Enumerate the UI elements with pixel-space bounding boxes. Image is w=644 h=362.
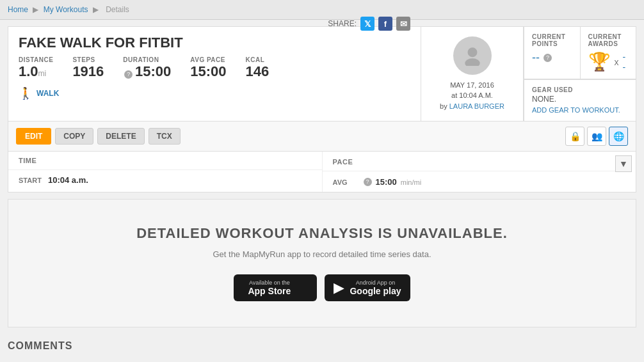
app-badges: Available on the App Store ▶ Android App… [21, 274, 623, 301]
share-label: SHARE: [328, 19, 357, 28]
avatar-icon [462, 45, 483, 66]
time-start-row: START 10:04 a.m. [8, 170, 322, 190]
workout-main: FAKE WALK FOR FITBIT SHARE: 𝕏 f ✉ DISTAN… [8, 27, 421, 121]
gear-value: NONE. [532, 95, 628, 104]
distance-stat: DISTANCE 1.0mi [19, 56, 53, 80]
workout-user-panel: MAY 17, 2016 at 10:04 A.M. by LAURA BURG… [421, 27, 524, 121]
app-store-small-text: Available on the [248, 279, 291, 286]
workout-card: FAKE WALK FOR FITBIT SHARE: 𝕏 f ✉ DISTAN… [8, 26, 636, 193]
points-help-icon[interactable]: ? [543, 54, 552, 62]
avg-help-icon[interactable]: ? [364, 178, 372, 186]
start-label: START [19, 177, 44, 184]
workout-top: FAKE WALK FOR FITBIT SHARE: 𝕏 f ✉ DISTAN… [8, 27, 636, 122]
kcal-value: 146 [246, 63, 270, 79]
tcx-button[interactable]: TCX [149, 128, 181, 145]
action-bar: EDIT COPY DELETE TCX 🔒 👥 🌐 [8, 122, 636, 152]
distance-unit: mi [38, 69, 47, 78]
share-row: SHARE: 𝕏 f ✉ [328, 17, 410, 31]
data-table: TIME START 10:04 a.m. PACE ▼ AVG ? 15:00… [8, 152, 636, 192]
privacy-globe-button[interactable]: 🌐 [609, 127, 628, 146]
svg-point-0 [467, 47, 477, 57]
points-section: CURRENT POINTS -- ? [524, 27, 581, 79]
kcal-label: KCAL [246, 56, 270, 63]
email-share-button[interactable]: ✉ [396, 17, 410, 31]
privacy-icons: 🔒 👥 🌐 [565, 127, 628, 146]
breadcrumb-home[interactable]: Home [8, 5, 28, 14]
points-dash: -- [532, 51, 540, 65]
comments-title: COMMENTS [8, 334, 636, 354]
copy-button[interactable]: COPY [55, 128, 93, 145]
times-icon: x [615, 57, 619, 67]
distance-value: 1.0 [19, 63, 38, 79]
google-play-badge[interactable]: ▶ Android App on Google play [325, 274, 410, 301]
start-value: 10:04 a.m. [48, 175, 88, 185]
stats-row: DISTANCE 1.0mi STEPS 1916 DURATION ? 15:… [19, 56, 410, 80]
time-col-header: TIME [8, 152, 322, 170]
distance-label: DISTANCE [19, 56, 53, 63]
google-play-small-text: Android App on [350, 279, 401, 286]
avatar [453, 36, 492, 75]
activity-link[interactable]: WALK [36, 89, 59, 98]
duration-value: 15:00 [135, 63, 171, 79]
workout-date: MAY 17, 2016 at 10:04 A.M. by LAURA BURG… [440, 80, 504, 112]
breadcrumb-current: Details [106, 5, 129, 14]
delete-button[interactable]: DELETE [97, 128, 144, 145]
avg-pace-value: 15:00 [190, 63, 226, 79]
steps-value: 1916 [72, 63, 104, 79]
google-play-icon: ▶ [334, 279, 344, 296]
gear-add-link[interactable]: ADD GEAR TO WORKOUT. [532, 106, 620, 114]
avg-label: AVG [333, 178, 358, 186]
privacy-group-button[interactable]: 👥 [587, 127, 606, 146]
analysis-section: DETAILED WORKOUT ANALYSIS IS UNAVAILABLE… [8, 199, 636, 327]
app-store-big-text: App Store [248, 286, 291, 296]
points-awards-row: CURRENT POINTS -- ? CURRENT AWARDS 🏆 x -… [524, 27, 636, 79]
workout-title: FAKE WALK FOR FITBIT [19, 35, 183, 51]
awards-panel: CURRENT POINTS -- ? CURRENT AWARDS 🏆 x -… [524, 27, 636, 121]
trophy-area: 🏆 x -- [588, 51, 629, 72]
activity-row: 🚶 WALK [19, 86, 410, 100]
award-dashes: -- [623, 52, 629, 72]
breadcrumb-workouts[interactable]: My Workouts [44, 5, 88, 14]
app-store-badge[interactable]: Available on the App Store [234, 274, 317, 301]
pace-col-header: PACE [323, 153, 616, 171]
analysis-subtitle: Get the MapMyRun app to record detailed … [21, 249, 623, 259]
steps-label: STEPS [72, 56, 104, 63]
breadcrumb: Home ▶ My Workouts ▶ Details [0, 0, 644, 20]
kcal-stat: KCAL 146 [246, 56, 270, 80]
workout-date-text: MAY 17, 2016 [440, 80, 504, 91]
twitter-share-button[interactable]: 𝕏 [360, 17, 374, 31]
gear-label: GEAR USED [532, 86, 628, 93]
pace-col: PACE ▼ AVG ? 15:00 min/mi [323, 152, 636, 192]
avg-pace-label: AVG PACE [190, 56, 226, 63]
svg-point-1 [465, 58, 479, 66]
time-col: TIME START 10:04 a.m. [8, 152, 323, 192]
avg-unit: min/mi [401, 178, 421, 186]
workout-by-label: by LAURA BURGER [440, 101, 504, 112]
awards-label: CURRENT AWARDS [588, 33, 629, 47]
analysis-title: DETAILED WORKOUT ANALYSIS IS UNAVAILABLE… [21, 225, 623, 242]
privacy-lock-button[interactable]: 🔒 [565, 127, 584, 146]
points-label: CURRENT POINTS [532, 33, 572, 47]
duration-stat: DURATION ? 15:00 [123, 56, 171, 80]
facebook-share-button[interactable]: f [378, 17, 392, 31]
duration-help-icon[interactable]: ? [124, 70, 133, 79]
pace-avg-row: AVG ? 15:00 min/mi [323, 172, 636, 192]
avg-pace-stat: AVG PACE 15:00 [190, 56, 226, 80]
walk-icon: 🚶 [19, 86, 33, 100]
main-content: FAKE WALK FOR FITBIT SHARE: 𝕏 f ✉ DISTAN… [0, 20, 644, 361]
google-play-big-text: Google play [350, 286, 401, 296]
steps-stat: STEPS 1916 [72, 56, 104, 80]
trophy-icon: 🏆 [588, 51, 611, 72]
awards-section: CURRENT AWARDS 🏆 x -- [581, 27, 636, 79]
avg-value: 15:00 [376, 177, 397, 187]
collapse-button[interactable]: ▼ [615, 155, 632, 172]
workout-time-text: at 10:04 A.M. [440, 90, 504, 101]
edit-button[interactable]: EDIT [16, 128, 51, 145]
duration-label: DURATION [123, 56, 171, 63]
gear-section: GEAR USED NONE. ADD GEAR TO WORKOUT. [524, 79, 636, 121]
workout-user-link[interactable]: LAURA BURGER [449, 102, 504, 110]
points-value-row: -- ? [532, 51, 572, 65]
